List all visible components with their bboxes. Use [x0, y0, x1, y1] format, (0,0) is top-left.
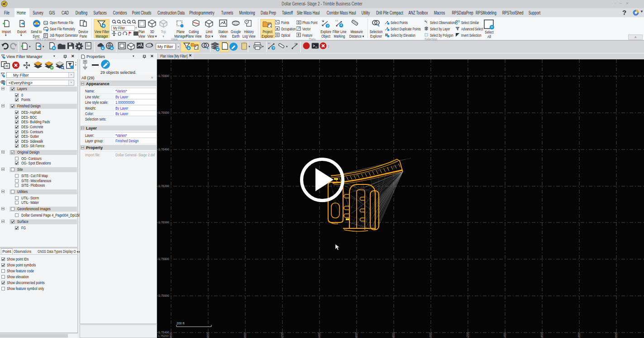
svg-text:0.1: 0.1: [268, 42, 271, 44]
svg-text:4,30600: 4,30600: [355, 332, 358, 338]
svg-text:1,76000: 1,76000: [158, 221, 169, 224]
svg-text:1,76800: 1,76800: [158, 74, 169, 77]
svg-text:0.1: 0.1: [335, 19, 338, 22]
svg-text:?: ?: [294, 42, 296, 46]
svg-text:?: ?: [272, 47, 274, 50]
svg-text:1,76600: 1,76600: [158, 111, 169, 114]
svg-text:4,29800: 4,29800: [206, 332, 210, 338]
svg-text:1,76200: 1,76200: [158, 184, 169, 188]
svg-text:4,31600: 4,31600: [540, 332, 544, 338]
svg-text:4,30000: 4,30000: [243, 332, 247, 338]
svg-text:1,76400: 1,76400: [158, 148, 169, 151]
svg-text:4,32000: 4,32000: [615, 332, 618, 338]
svg-text:4,31800: 4,31800: [577, 332, 581, 338]
svg-text:1,75800: 1,75800: [158, 257, 169, 261]
svg-text:4,31000: 4,31000: [429, 332, 432, 338]
svg-text:4,30800: 4,30800: [392, 332, 395, 338]
svg-text:?: ?: [327, 24, 329, 28]
svg-text:1,75600: 1,75600: [158, 294, 169, 297]
svg-text:1,75400: 1,75400: [158, 331, 169, 334]
svg-text:4,29600: 4,29600: [169, 332, 172, 338]
svg-text:4,31400: 4,31400: [503, 332, 506, 338]
svg-text:200 ft: 200 ft: [177, 322, 185, 325]
svg-text:4,30400: 4,30400: [318, 332, 321, 338]
svg-text:0.1: 0.1: [322, 19, 324, 22]
svg-text:4,30200: 4,30200: [281, 332, 284, 338]
svg-text:1,75200: 1,75200: [158, 334, 169, 338]
svg-text:4,31200: 4,31200: [466, 332, 469, 338]
